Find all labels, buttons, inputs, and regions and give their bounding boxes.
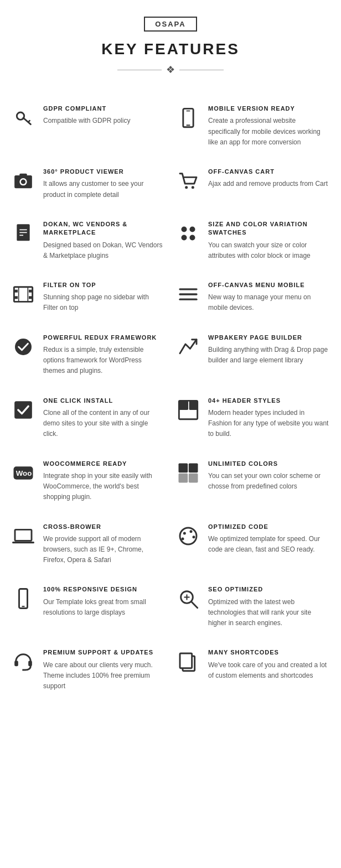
feature-text-redux: POWERFUL REDUX FRAMEWORK Redux is a simp… (43, 334, 164, 377)
feature-title-crossbrowser: CROSS-BROWER (43, 523, 164, 531)
feature-desc-offcanvas-cart: Ajax add and remove products from Cart (208, 179, 328, 189)
feature-item-support: PREMIUM SUPPORT & UPDATES We care about … (6, 638, 170, 701)
features-grid: GDPR COMPLIANT Compatible with GDPR poli… (0, 95, 341, 701)
doc-icon (10, 220, 37, 247)
film-icon (10, 281, 37, 308)
svg-point-16 (182, 226, 187, 232)
svg-rect-20 (14, 287, 32, 302)
key-icon (10, 105, 37, 131)
feature-desc-support: We care about our clients very much. The… (43, 660, 164, 692)
feature-desc-360viewer: It allows any customer to see your produ… (43, 179, 164, 200)
feature-desc-gdpr: Compatible with GDPR policy (43, 116, 130, 126)
svg-rect-54 (14, 661, 18, 667)
checkbox-icon (10, 397, 37, 423)
feature-desc-wpbakery: Building anything with Drag & Drop page … (208, 345, 329, 366)
svg-point-19 (190, 235, 195, 240)
svg-point-8 (21, 179, 25, 184)
divider: ❖ (0, 64, 341, 76)
feature-item-header-styles: 04+ HEADER STYLES Modern header types in… (170, 387, 335, 450)
feature-title-dokan: DOKAN, WC VENDORS & MARKETPLACE (43, 220, 164, 237)
svg-point-30 (15, 339, 32, 355)
svg-line-2 (28, 121, 30, 122)
feature-item-swatches: SIZE AND COLOR VARIATION SWATCHES You ca… (170, 210, 335, 271)
feature-title-support: PREMIUM SUPPORT & UPDATES (43, 648, 164, 657)
feature-text-unlimited-colors: UNLIMITED COLORS You can set your own co… (208, 460, 329, 492)
feature-desc-optimized: We optimized template for speed. Our cod… (208, 534, 329, 555)
feature-text-wpbakery: WPBAKERY PAGE BUILDER Building anything … (208, 334, 329, 366)
woo-icon: Woo (10, 460, 37, 486)
feature-item-360viewer: 360° PRODUCT VIEWER It allows any custom… (6, 158, 170, 210)
feature-text-360viewer: 360° PRODUCT VIEWER It allows any custom… (43, 168, 164, 200)
feature-item-unlimited-colors: UNLIMITED COLORS You can set your own co… (170, 450, 335, 513)
feature-text-seo: SEO OPTIMIZED Optimized with the latest … (208, 585, 329, 628)
feature-text-crossbrowser: CROSS-BROWER We provide support all of m… (43, 523, 164, 566)
feature-text-woocommerce: WOOCOMMERCE READY Integrate shop in your… (43, 460, 164, 503)
feature-item-woocommerce: Woo WOOCOMMERCE READY Integrate shop in … (6, 450, 170, 513)
mobile-icon (175, 105, 202, 131)
check-circle-icon (10, 334, 37, 360)
feature-desc-woocommerce: Integrate shop in your site easily with … (43, 471, 164, 503)
camera-icon (10, 168, 37, 194)
svg-point-17 (190, 226, 195, 232)
logo-badge: OSAPA (144, 17, 197, 32)
feature-item-shortcodes: MANY SHORTCODES We've took care of you a… (170, 638, 335, 701)
svg-point-10 (185, 186, 188, 189)
feature-text-shortcodes: MANY SHORTCODES We've took care of you a… (208, 648, 329, 681)
feature-title-woocommerce: WOOCOMMERCE READY (43, 460, 164, 468)
feature-item-dokan: DOKAN, WC VENDORS & MARKETPLACE Designed… (6, 210, 170, 271)
svg-line-51 (192, 602, 198, 608)
chart-icon (175, 334, 202, 360)
feature-text-offcanvas-menu: OFF-CANVAS MENU MOBILE New way to manage… (208, 281, 329, 314)
feature-desc-mobile: Create a professional website specifical… (208, 116, 329, 148)
svg-rect-48 (19, 589, 28, 609)
feature-desc-oneclick: Clone all of the content in any of our d… (43, 408, 164, 440)
feature-text-swatches: SIZE AND COLOR VARIATION SWATCHES You ca… (208, 220, 329, 261)
feature-item-filter: FILTER ON TOP Stunning shop page no side… (6, 271, 170, 324)
svg-rect-34 (189, 401, 198, 410)
feature-title-responsive: 100% RESPONSIVE DESIGN (43, 585, 164, 594)
feature-text-mobile: MOBILE VERSION READY Create a profession… (208, 105, 329, 148)
feature-text-oneclick: ONE CLICK INSTALL Clone all of the conte… (43, 397, 164, 440)
feature-desc-header-styles: Modern header types included in Fashion … (208, 408, 329, 440)
feature-item-mobile: MOBILE VERSION READY Create a profession… (170, 95, 335, 158)
feature-text-responsive: 100% RESPONSIVE DESIGN Our Template loks… (43, 585, 164, 618)
feature-desc-redux: Redux is a simple, truly extensible opti… (43, 345, 164, 377)
feature-item-offcanvas-menu: OFF-CANVAS MENU MOBILE New way to manage… (170, 271, 335, 324)
phone-icon (10, 585, 37, 612)
feature-text-support: PREMIUM SUPPORT & UPDATES We care about … (43, 648, 164, 692)
palette-icon (175, 523, 202, 549)
page-title: KEY FEATURES (0, 40, 341, 58)
feature-desc-shortcodes: We've took care of you and created a lot… (208, 660, 329, 681)
feature-desc-offcanvas-menu: New way to manage your menu on mobile de… (208, 292, 329, 313)
feature-title-oneclick: ONE CLICK INSTALL (43, 397, 164, 405)
feature-desc-crossbrowser: We provide support all of modern browser… (43, 534, 164, 566)
feature-desc-dokan: Designed based on Dokan, WC Vendors & Ma… (43, 240, 164, 261)
dots-icon (175, 220, 202, 247)
svg-text:Woo: Woo (16, 469, 32, 477)
svg-rect-39 (179, 473, 188, 482)
feature-desc-responsive: Our Template loks great from small resol… (43, 597, 164, 618)
feature-title-header-styles: 04+ HEADER STYLES (208, 397, 329, 405)
svg-rect-22 (14, 296, 18, 299)
feature-title-seo: SEO OPTIMIZED (208, 585, 329, 594)
feature-text-dokan: DOKAN, WC VENDORS & MARKETPLACE Designed… (43, 220, 164, 261)
svg-point-47 (182, 537, 184, 540)
feature-item-crossbrowser: CROSS-BROWER We provide support all of m… (6, 513, 170, 576)
feature-item-offcanvas-cart: OFF-CANVAS CART Ajax add and remove prod… (170, 158, 335, 210)
feature-title-swatches: SIZE AND COLOR VARIATION SWATCHES (208, 220, 329, 237)
feature-item-seo: SEO OPTIMIZED Optimized with the latest … (170, 575, 335, 638)
svg-rect-37 (179, 463, 188, 472)
svg-rect-41 (15, 529, 32, 540)
svg-rect-57 (180, 653, 192, 668)
feature-text-filter: FILTER ON TOP Stunning shop page no side… (43, 281, 164, 314)
feature-title-360viewer: 360° PRODUCT VIEWER (43, 168, 164, 176)
colors-icon (175, 460, 202, 486)
svg-point-45 (190, 530, 193, 533)
laptop-icon (10, 523, 37, 549)
svg-rect-55 (28, 661, 32, 667)
feature-text-header-styles: 04+ HEADER STYLES Modern header types in… (208, 397, 329, 440)
feature-item-responsive: 100% RESPONSIVE DESIGN Our Template loks… (6, 575, 170, 638)
feature-title-redux: POWERFUL REDUX FRAMEWORK (43, 334, 164, 342)
svg-rect-38 (189, 463, 198, 472)
svg-rect-9 (19, 174, 27, 176)
